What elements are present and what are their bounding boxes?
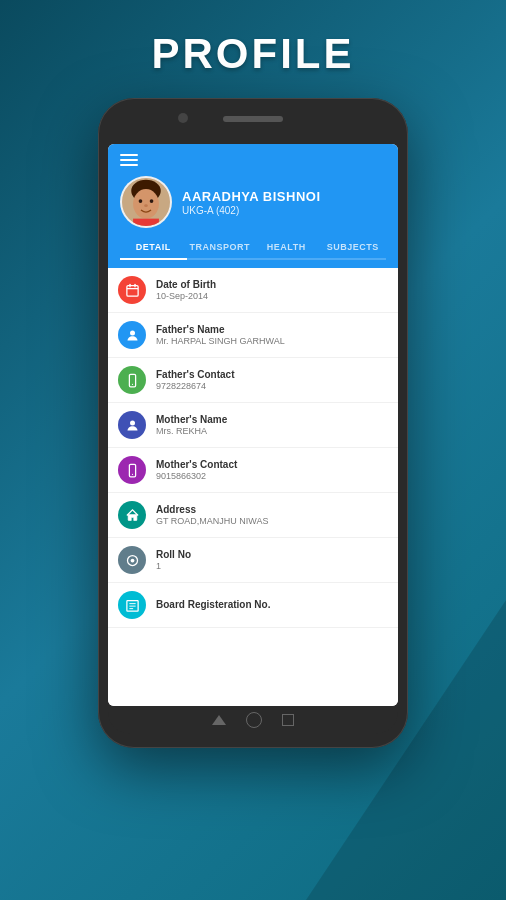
student-info: AARADHYA BISHNOI UKG-A (402) (182, 189, 321, 216)
menu-icon[interactable] (120, 154, 386, 166)
detail-label: Address (156, 504, 388, 515)
detail-label: Father's Contact (156, 369, 388, 380)
student-name: AARADHYA BISHNOI (182, 189, 321, 204)
detail-value: 9728228674 (156, 381, 388, 391)
detail-label: Father's Name (156, 324, 388, 335)
tab-transport[interactable]: TRANSPORT (187, 236, 254, 258)
phone-speaker (223, 116, 283, 122)
svg-point-11 (130, 330, 135, 335)
menu-line-3 (120, 164, 138, 166)
detail-icon (118, 411, 146, 439)
detail-text: Mother's Name Mrs. REKHA (156, 414, 388, 436)
tab-health[interactable]: HEALTH (253, 236, 320, 258)
list-item: Mother's Contact 9015866302 (108, 448, 398, 493)
list-item: Mother's Name Mrs. REKHA (108, 403, 398, 448)
detail-label: Mother's Name (156, 414, 388, 425)
detail-value: 9015866302 (156, 471, 388, 481)
svg-point-16 (131, 473, 132, 474)
student-class: UKG-A (402) (182, 205, 321, 216)
detail-list: Date of Birth 10-Sep-2014 Father's Name … (108, 268, 398, 706)
detail-label: Date of Birth (156, 279, 388, 290)
detail-value: Mrs. REKHA (156, 426, 388, 436)
page-title: PROFILE (151, 30, 354, 78)
svg-rect-7 (126, 285, 137, 296)
back-button[interactable] (212, 715, 226, 725)
svg-point-3 (139, 199, 143, 203)
detail-icon (118, 321, 146, 349)
svg-rect-6 (133, 219, 159, 226)
list-item: Roll No 1 (108, 538, 398, 583)
detail-text: Address GT ROAD,MANJHU NIWAS (156, 504, 388, 526)
home-button[interactable] (246, 712, 262, 728)
app-header: AARADHYA BISHNOI UKG-A (402) DETAIL TRAN… (108, 144, 398, 268)
detail-text: Board Registeration No. (156, 599, 388, 611)
phone-bottom (108, 706, 398, 734)
detail-value: 10-Sep-2014 (156, 291, 388, 301)
detail-text: Mother's Contact 9015866302 (156, 459, 388, 481)
phone-screen: AARADHYA BISHNOI UKG-A (402) DETAIL TRAN… (108, 144, 398, 706)
phone-frame: AARADHYA BISHNOI UKG-A (402) DETAIL TRAN… (98, 98, 408, 748)
menu-line-1 (120, 154, 138, 156)
list-item: Father's Contact 9728228674 (108, 358, 398, 403)
detail-value: Mr. HARPAL SINGH GARHWAL (156, 336, 388, 346)
avatar (120, 176, 172, 228)
svg-point-4 (150, 199, 154, 203)
detail-label: Board Registeration No. (156, 599, 388, 610)
detail-icon (118, 546, 146, 574)
profile-info: AARADHYA BISHNOI UKG-A (402) (120, 176, 386, 228)
svg-point-13 (131, 383, 132, 384)
detail-text: Father's Contact 9728228674 (156, 369, 388, 391)
svg-point-14 (130, 420, 135, 425)
menu-line-2 (120, 159, 138, 161)
recent-button[interactable] (282, 714, 294, 726)
detail-icon (118, 366, 146, 394)
detail-icon (118, 456, 146, 484)
tab-detail[interactable]: DETAIL (120, 236, 187, 258)
detail-label: Roll No (156, 549, 388, 560)
detail-icon (118, 501, 146, 529)
phone-camera (178, 113, 188, 123)
detail-value: 1 (156, 561, 388, 571)
detail-text: Roll No 1 (156, 549, 388, 571)
detail-label: Mother's Contact (156, 459, 388, 470)
detail-icon (118, 591, 146, 619)
detail-text: Date of Birth 10-Sep-2014 (156, 279, 388, 301)
list-item: Address GT ROAD,MANJHU NIWAS (108, 493, 398, 538)
detail-icon (118, 276, 146, 304)
detail-value: GT ROAD,MANJHU NIWAS (156, 516, 388, 526)
svg-point-2 (133, 189, 159, 219)
list-item: Date of Birth 10-Sep-2014 (108, 268, 398, 313)
list-item: Board Registeration No. (108, 583, 398, 628)
list-item: Father's Name Mr. HARPAL SINGH GARHWAL (108, 313, 398, 358)
svg-point-5 (144, 204, 148, 207)
tabs: DETAIL TRANSPORT HEALTH SUBJECTS (120, 236, 386, 260)
svg-point-18 (130, 558, 134, 562)
tab-subjects[interactable]: SUBJECTS (320, 236, 387, 258)
detail-text: Father's Name Mr. HARPAL SINGH GARHWAL (156, 324, 388, 346)
